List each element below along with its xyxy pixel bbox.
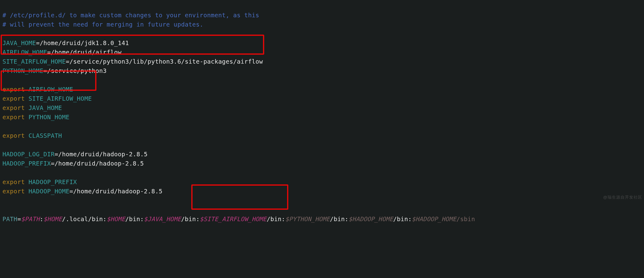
equals-sign: = bbox=[66, 58, 70, 65]
dollar-python-home: $PYTHON_HOME bbox=[285, 216, 330, 223]
var-hadoop-prefix: HADOOP_PREFIX bbox=[2, 160, 51, 167]
export-python: PYTHON_HOME bbox=[28, 114, 69, 121]
watermark-text: @瑞生源自开发社区 bbox=[603, 193, 642, 202]
export-hadoop-home: HADOOP_HOME bbox=[28, 188, 69, 195]
export-keyword: export bbox=[2, 95, 25, 102]
equals-sign: = bbox=[17, 216, 21, 223]
seg-bin: /bin: bbox=[330, 216, 349, 223]
export-hadoop-prefix: HADOOP_PREFIX bbox=[28, 179, 77, 186]
seg-sbin: /sbin bbox=[456, 216, 475, 223]
seg-bin: /bin: bbox=[181, 216, 200, 223]
export-keyword: export bbox=[2, 104, 25, 112]
seg-bin: /bin: bbox=[393, 216, 412, 223]
seg-local: /.local/bin: bbox=[62, 216, 107, 223]
var-python-home: PYTHON_HOME bbox=[2, 67, 43, 74]
equals-sign: = bbox=[43, 67, 47, 74]
export-site-airflow: SITE_AIRFLOW_HOME bbox=[28, 95, 92, 102]
dollar-hadoop-home-2: $HADOOP_ bbox=[412, 216, 441, 223]
seg-bin: /bin: bbox=[125, 216, 144, 223]
dollar-hadoop-home: $HADOOP_HOME bbox=[349, 216, 393, 223]
code-area: # /etc/profile.d/ to make custom changes… bbox=[2, 2, 642, 224]
var-java-home: JAVA_HOME bbox=[2, 40, 36, 47]
comment-line-1: # /etc/profile.d/ to make custom changes… bbox=[2, 12, 259, 19]
val-site-airflow-home: /service/python3/lib/python3.6/site-pack… bbox=[70, 58, 263, 65]
val-hadoop-prefix: /home/druid/hadoop-2.8.5 bbox=[55, 160, 144, 167]
equals-sign: = bbox=[47, 49, 51, 56]
dollar-home: $HOME bbox=[107, 216, 125, 223]
val-hadoop-home: /home/druid/hadoop-2.8.5 bbox=[73, 188, 163, 195]
seg-bin: /bin: bbox=[267, 216, 285, 223]
equals-sign: = bbox=[55, 151, 58, 158]
equals-sign: = bbox=[51, 160, 55, 167]
dollar-hadoop-home-2-suf: HOME bbox=[442, 216, 456, 223]
export-java: JAVA_HOME bbox=[28, 104, 62, 112]
dollar-path: $PATH bbox=[21, 216, 40, 223]
val-python-home: /service/python3 bbox=[47, 67, 107, 74]
var-path: PATH bbox=[2, 216, 17, 223]
val-java-home: /home/druid/jdk1.8.0_141 bbox=[40, 40, 129, 47]
equals-sign: = bbox=[36, 40, 40, 47]
dollar-home: $HOME bbox=[43, 216, 62, 223]
equals-sign: = bbox=[70, 188, 73, 195]
dollar-site-airflow: $SITE_AIRFLOW_HOME bbox=[200, 216, 267, 223]
export-keyword: export bbox=[2, 188, 25, 195]
path-colon: : bbox=[40, 216, 43, 223]
export-keyword: export bbox=[2, 132, 25, 139]
export-keyword: export bbox=[2, 179, 25, 186]
export-classpath: CLASSPATH bbox=[28, 132, 62, 139]
var-airflow-home: AIRFLOW_HOME bbox=[2, 49, 47, 56]
export-airflow: AIRFLOW_HOME bbox=[28, 86, 73, 93]
export-keyword: export bbox=[2, 86, 25, 93]
var-site-airflow-home: SITE_AIRFLOW_HOME bbox=[2, 58, 66, 65]
dollar-java-home: $JAVA_HOME bbox=[144, 216, 181, 223]
export-keyword: export bbox=[2, 114, 25, 121]
val-hadoop-log-dir: /home/druid/hadoop-2.8.5 bbox=[58, 151, 148, 158]
comment-line-2: # will prevent the need for merging in f… bbox=[2, 21, 203, 28]
val-airflow-home: /home/druid/airflow bbox=[51, 49, 122, 56]
var-hadoop-log-dir: HADOOP_LOG_DIR bbox=[2, 151, 55, 158]
